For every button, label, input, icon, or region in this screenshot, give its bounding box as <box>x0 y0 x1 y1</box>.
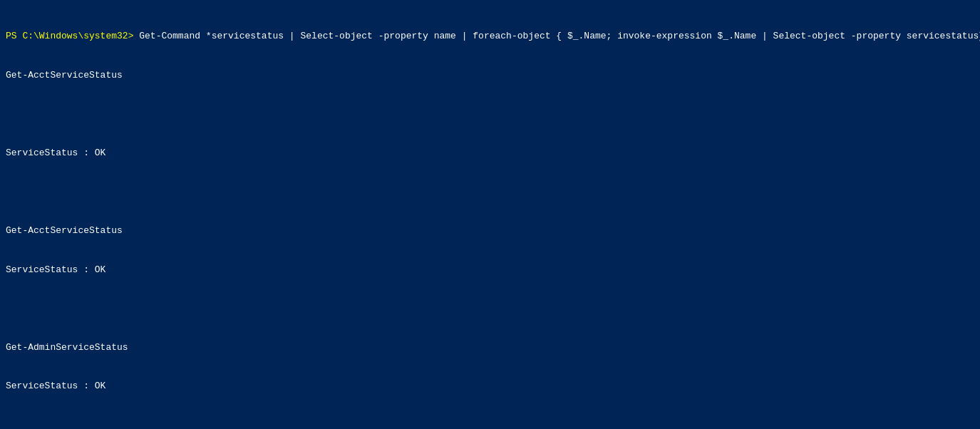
blank-line-1 <box>6 108 974 121</box>
blank-line-3 <box>6 302 974 315</box>
blank-line-2 <box>6 186 974 199</box>
blank-line-4 <box>6 419 974 429</box>
second-line: Get-AcctServiceStatus <box>6 69 974 82</box>
prompt-text: PS C:\Windows\system32> <box>6 31 133 41</box>
get-acct-service: Get-AcctServiceStatus <box>6 224 974 237</box>
service-status-ok-1: ServiceStatus : OK <box>6 147 974 160</box>
command-text: Get-Command *servicestatus | Select-obje… <box>133 31 980 41</box>
service-status-ok-2: ServiceStatus : OK <box>6 264 974 276</box>
command-prompt-line: PS C:\Windows\system32> Get-Command *ser… <box>6 30 974 43</box>
get-admin-service-1: Get-AdminServiceStatus <box>6 341 974 354</box>
service-status-ok-3: ServiceStatus : OK <box>6 380 974 393</box>
terminal-window: PS C:\Windows\system32> Get-Command *ser… <box>6 4 974 429</box>
